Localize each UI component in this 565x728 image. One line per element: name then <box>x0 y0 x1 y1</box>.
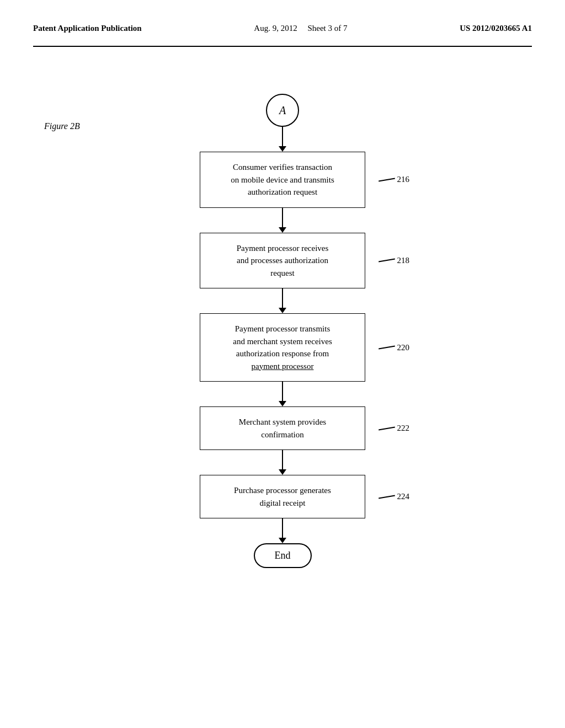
end-oval: End <box>254 543 312 568</box>
step-222-text: Merchant system providesconfirmation <box>239 417 326 439</box>
step-224-label: 224 <box>379 492 410 501</box>
step-216-text: Consumer verifies transactionon mobile d… <box>231 163 334 196</box>
arrow-head-4 <box>279 469 286 475</box>
diagram-container: A Consumer verifies transactionon mobile… <box>0 94 565 568</box>
step-row-218: Payment processor receivesand processes … <box>200 233 365 289</box>
arrow-line-4 <box>282 450 283 469</box>
arrow-5 <box>279 518 286 543</box>
step-216-box: Consumer verifies transactionon mobile d… <box>200 152 365 208</box>
arrow-4 <box>279 450 286 475</box>
step-row-220: Payment processor transmitsand merchant … <box>200 313 365 382</box>
arrow-head-0 <box>279 146 286 152</box>
arrow-line-2 <box>282 288 283 308</box>
arrow-head-1 <box>279 227 286 233</box>
end-label: End <box>275 550 291 561</box>
arrow-head-2 <box>279 308 286 313</box>
patent-number-label: US 2012/0203665 A1 <box>460 24 532 33</box>
step-218-box: Payment processor receivesand processes … <box>200 233 365 289</box>
step-224-box: Purchase processor generatesdigital rece… <box>200 475 365 518</box>
header-center: Aug. 9, 2012 Sheet 3 of 7 <box>254 22 347 35</box>
step-218-text: Payment processor receivesand processes … <box>237 244 329 277</box>
publication-label: Patent Application Publication <box>33 24 142 33</box>
arrow-2 <box>279 288 286 313</box>
step-row-224: Purchase processor generatesdigital rece… <box>200 475 365 518</box>
arrow-1 <box>279 208 286 233</box>
arrow-head-3 <box>279 401 286 406</box>
header-date: Aug. 9, 2012 <box>254 24 297 33</box>
arrow-3 <box>279 382 286 406</box>
step-224-text: Purchase processor generatesdigital rece… <box>234 486 331 507</box>
step-220-text: Payment processor transmitsand merchant … <box>233 324 332 371</box>
arrow-line-0 <box>282 127 283 146</box>
header-sheet: Sheet 3 of 7 <box>307 24 347 33</box>
header-publication: Patent Application Publication <box>33 22 142 35</box>
connector-a: A <box>266 94 299 127</box>
arrow-line-3 <box>282 382 283 401</box>
arrow-line-5 <box>282 518 283 538</box>
step-220-box: Payment processor transmitsand merchant … <box>200 313 365 382</box>
step-218-label: 218 <box>379 256 410 265</box>
page-header: Patent Application Publication Aug. 9, 2… <box>0 0 565 46</box>
header-patent-number: US 2012/0203665 A1 <box>460 22 532 35</box>
step-222-box: Merchant system providesconfirmation <box>200 406 365 450</box>
step-222-label: 222 <box>379 424 410 433</box>
connector-a-label: A <box>279 104 286 117</box>
arrow-0 <box>279 127 286 152</box>
step-220-label: 220 <box>379 343 410 352</box>
step-row-222: Merchant system providesconfirmation 222 <box>200 406 365 450</box>
header-rule <box>33 46 532 47</box>
step-row-216: Consumer verifies transactionon mobile d… <box>200 152 365 208</box>
step-216-label: 216 <box>379 175 410 184</box>
arrow-line-1 <box>282 208 283 227</box>
arrow-head-5 <box>279 538 286 543</box>
